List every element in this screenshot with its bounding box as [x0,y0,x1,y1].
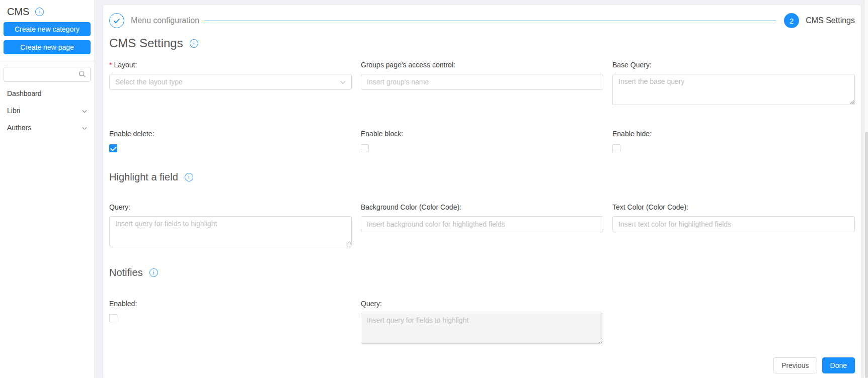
info-icon[interactable]: i [149,268,158,277]
sidebar-item-authors[interactable]: Authors [4,119,91,136]
base-query-textarea[interactable] [612,74,855,105]
search-box [4,67,91,82]
enable-delete-checkbox[interactable] [109,144,117,152]
form-row-2: Enable delete: Enable block: Enable hide… [109,130,855,154]
previous-button[interactable]: Previous [773,357,817,373]
sidebar-header: CMS i [4,6,91,18]
layout-select[interactable]: Select the layout type [109,74,352,90]
settings-card: Menu configuration 2 CMS Settings CMS Se… [103,5,861,378]
sidebar: CMS i Create new category Create new pag… [0,0,94,378]
main-area: Menu configuration 2 CMS Settings CMS Se… [94,0,868,378]
sidebar-nav: Dashboard Libri Authors [4,85,91,136]
steps-connector-line [204,21,776,21]
field-enable-block: Enable block: [361,130,603,154]
field-enable-hide: Enable hide: [612,130,855,154]
sidebar-item-dashboard[interactable]: Dashboard [4,85,91,102]
form-row-4: Enabled: Query: [109,300,855,346]
create-page-button[interactable]: Create new page [4,40,91,54]
done-button[interactable]: Done [822,357,855,373]
step-title: Menu configuration [131,16,199,25]
create-category-button[interactable]: Create new category [4,22,91,36]
sidebar-item-label: Libri [7,107,20,115]
notifies-heading: Notifies i [109,267,855,278]
text-color-input[interactable] [612,216,855,232]
notifies-query-textarea [361,313,603,344]
highlight-heading: Highlight a field i [109,171,855,183]
app-title: CMS [7,6,29,18]
field-label: Enabled: [109,300,352,310]
sidebar-item-libri[interactable]: Libri [4,102,91,119]
step-menu-configuration[interactable]: Menu configuration [109,13,199,28]
step-number-badge: 2 [784,13,799,28]
cms-settings-heading: CMS Settings i [109,36,855,50]
step-title: CMS Settings [806,16,855,25]
steps-header: Menu configuration 2 CMS Settings [109,13,855,28]
field-label: Base Query: [612,61,855,71]
field-background-color: Background Color (Color Code): [361,203,603,232]
form-row-1: *Layout: Select the layout type Groups p… [109,61,855,107]
info-icon[interactable]: i [190,39,198,48]
scrollbar-thumb[interactable] [865,132,868,378]
field-label: Enable hide: [612,130,855,140]
section-title: CMS Settings [109,36,183,50]
groups-access-input[interactable] [361,74,603,90]
field-label: Text Color (Color Code): [612,203,855,213]
enable-block-checkbox[interactable] [361,144,369,152]
search-icon [78,70,86,80]
field-label: Enable block: [361,130,603,140]
field-notifies-query: Query: [361,300,603,346]
background-color-input[interactable] [361,216,603,232]
step-cms-settings[interactable]: 2 CMS Settings [784,13,855,28]
field-layout: *Layout: Select the layout type [109,61,352,90]
sidebar-item-label: Authors [7,124,31,132]
notifies-enabled-checkbox[interactable] [109,314,117,322]
vertical-scrollbar[interactable] [864,0,868,378]
step-check-icon [109,13,124,28]
info-icon[interactable]: i [185,173,193,181]
field-label: *Layout: [109,61,352,71]
field-label: Query: [361,300,603,310]
sidebar-item-label: Dashboard [7,89,42,98]
field-groups-access: Groups page's access control: [361,61,603,90]
chevron-down-icon [340,78,346,86]
field-label: Query: [109,203,352,213]
select-placeholder: Select the layout type [115,78,183,86]
required-asterisk: * [109,61,112,69]
search-input[interactable] [4,67,91,82]
enable-hide-checkbox[interactable] [612,144,620,152]
field-notifies-enabled: Enabled: [109,300,352,324]
field-text-color: Text Color (Color Code): [612,203,855,232]
field-label: Background Color (Color Code): [361,203,603,213]
form-row-3: Query: Background Color (Color Code): Te… [109,203,855,249]
section-title: Notifies [109,267,143,278]
field-label: Enable delete: [109,130,352,140]
info-icon[interactable]: i [35,8,44,16]
section-title: Highlight a field [109,171,178,183]
chevron-down-icon [82,124,87,132]
chevron-down-icon [82,107,87,115]
sidebar-divider [0,61,94,61]
field-base-query: Base Query: [612,61,855,107]
field-highlight-query: Query: [109,203,352,249]
field-enable-delete: Enable delete: [109,130,352,154]
field-label: Groups page's access control: [361,61,603,71]
highlight-query-textarea[interactable] [109,216,352,247]
footer-actions: Previous Done [109,357,855,378]
